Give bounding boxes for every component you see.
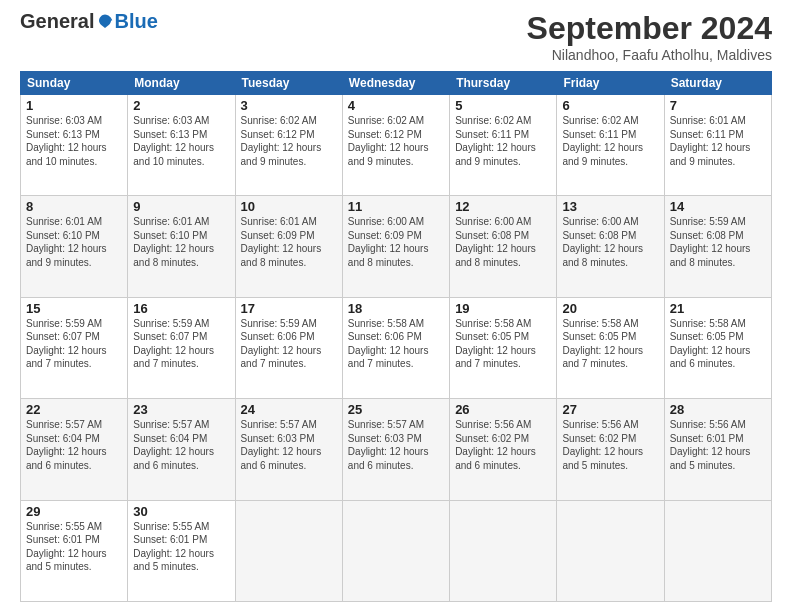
day-number: 1 [26,98,122,113]
day-info: Sunrise: 5:55 AM Sunset: 6:01 PM Dayligh… [26,520,122,574]
day-cell: 2 Sunrise: 6:03 AM Sunset: 6:13 PM Dayli… [128,95,235,196]
day-number: 6 [562,98,658,113]
sunset-label: Sunset: 6:02 PM [455,433,529,444]
sunset-label: Sunset: 6:08 PM [455,230,529,241]
sunset-label: Sunset: 6:03 PM [348,433,422,444]
day-cell: 20 Sunrise: 5:58 AM Sunset: 6:05 PM Dayl… [557,297,664,398]
month-title: September 2024 [527,10,772,47]
sunset-label: Sunset: 6:07 PM [26,331,100,342]
daylight-label: Daylight: 12 hours and 8 minutes. [670,243,751,268]
week-row-4: 22 Sunrise: 5:57 AM Sunset: 6:04 PM Dayl… [21,399,772,500]
day-cell: 12 Sunrise: 6:00 AM Sunset: 6:08 PM Dayl… [450,196,557,297]
daylight-label: Daylight: 12 hours and 6 minutes. [455,446,536,471]
sunrise-label: Sunrise: 5:58 AM [670,318,746,329]
day-cell [557,500,664,601]
sunset-label: Sunset: 6:05 PM [670,331,744,342]
logo-blue: Blue [114,10,157,33]
daylight-label: Daylight: 12 hours and 7 minutes. [26,345,107,370]
day-cell: 10 Sunrise: 6:01 AM Sunset: 6:09 PM Dayl… [235,196,342,297]
daylight-label: Daylight: 12 hours and 7 minutes. [562,345,643,370]
sunset-label: Sunset: 6:01 PM [670,433,744,444]
sunrise-label: Sunrise: 6:01 AM [133,216,209,227]
daylight-label: Daylight: 12 hours and 9 minutes. [455,142,536,167]
day-info: Sunrise: 5:57 AM Sunset: 6:03 PM Dayligh… [241,418,337,472]
day-number: 5 [455,98,551,113]
sunrise-label: Sunrise: 5:57 AM [133,419,209,430]
daylight-label: Daylight: 12 hours and 5 minutes. [562,446,643,471]
day-cell: 29 Sunrise: 5:55 AM Sunset: 6:01 PM Dayl… [21,500,128,601]
day-cell: 13 Sunrise: 6:00 AM Sunset: 6:08 PM Dayl… [557,196,664,297]
day-number: 16 [133,301,229,316]
sunset-label: Sunset: 6:01 PM [26,534,100,545]
col-tuesday: Tuesday [235,72,342,95]
sunrise-label: Sunrise: 6:02 AM [348,115,424,126]
day-info: Sunrise: 6:01 AM Sunset: 6:11 PM Dayligh… [670,114,766,168]
day-info: Sunrise: 5:55 AM Sunset: 6:01 PM Dayligh… [133,520,229,574]
day-cell [450,500,557,601]
day-cell: 1 Sunrise: 6:03 AM Sunset: 6:13 PM Dayli… [21,95,128,196]
sunset-label: Sunset: 6:05 PM [455,331,529,342]
day-cell: 22 Sunrise: 5:57 AM Sunset: 6:04 PM Dayl… [21,399,128,500]
day-number: 27 [562,402,658,417]
day-number: 13 [562,199,658,214]
day-cell: 4 Sunrise: 6:02 AM Sunset: 6:12 PM Dayli… [342,95,449,196]
day-cell: 30 Sunrise: 5:55 AM Sunset: 6:01 PM Dayl… [128,500,235,601]
day-info: Sunrise: 6:00 AM Sunset: 6:08 PM Dayligh… [562,215,658,269]
day-info: Sunrise: 6:01 AM Sunset: 6:10 PM Dayligh… [133,215,229,269]
sunset-label: Sunset: 6:09 PM [348,230,422,241]
sunrise-label: Sunrise: 6:00 AM [562,216,638,227]
day-info: Sunrise: 5:56 AM Sunset: 6:02 PM Dayligh… [455,418,551,472]
daylight-label: Daylight: 12 hours and 6 minutes. [133,446,214,471]
sunset-label: Sunset: 6:11 PM [670,129,744,140]
week-row-5: 29 Sunrise: 5:55 AM Sunset: 6:01 PM Dayl… [21,500,772,601]
sunrise-label: Sunrise: 6:01 AM [241,216,317,227]
day-number: 17 [241,301,337,316]
day-info: Sunrise: 5:58 AM Sunset: 6:05 PM Dayligh… [455,317,551,371]
sunset-label: Sunset: 6:02 PM [562,433,636,444]
sunrise-label: Sunrise: 5:56 AM [562,419,638,430]
day-number: 25 [348,402,444,417]
day-cell: 21 Sunrise: 5:58 AM Sunset: 6:05 PM Dayl… [664,297,771,398]
day-info: Sunrise: 6:01 AM Sunset: 6:10 PM Dayligh… [26,215,122,269]
day-cell [342,500,449,601]
daylight-label: Daylight: 12 hours and 7 minutes. [133,345,214,370]
daylight-label: Daylight: 12 hours and 7 minutes. [348,345,429,370]
day-number: 9 [133,199,229,214]
sunrise-label: Sunrise: 5:59 AM [26,318,102,329]
sunrise-label: Sunrise: 6:03 AM [133,115,209,126]
page: General Blue September 2024 Nilandhoo, F… [0,0,792,612]
daylight-label: Daylight: 12 hours and 5 minutes. [133,548,214,573]
day-number: 18 [348,301,444,316]
day-number: 3 [241,98,337,113]
title-block: September 2024 Nilandhoo, Faafu Atholhu,… [527,10,772,63]
col-thursday: Thursday [450,72,557,95]
day-info: Sunrise: 5:57 AM Sunset: 6:03 PM Dayligh… [348,418,444,472]
daylight-label: Daylight: 12 hours and 9 minutes. [670,142,751,167]
logo-general: General [20,10,94,33]
daylight-label: Daylight: 12 hours and 8 minutes. [455,243,536,268]
col-wednesday: Wednesday [342,72,449,95]
sunset-label: Sunset: 6:08 PM [562,230,636,241]
sunset-label: Sunset: 6:05 PM [562,331,636,342]
location: Nilandhoo, Faafu Atholhu, Maldives [527,47,772,63]
day-cell: 8 Sunrise: 6:01 AM Sunset: 6:10 PM Dayli… [21,196,128,297]
sunrise-label: Sunrise: 5:55 AM [133,521,209,532]
day-info: Sunrise: 5:56 AM Sunset: 6:02 PM Dayligh… [562,418,658,472]
day-cell: 24 Sunrise: 5:57 AM Sunset: 6:03 PM Dayl… [235,399,342,500]
sunrise-label: Sunrise: 5:59 AM [670,216,746,227]
sunrise-label: Sunrise: 5:59 AM [133,318,209,329]
sunrise-label: Sunrise: 6:00 AM [348,216,424,227]
day-cell: 23 Sunrise: 5:57 AM Sunset: 6:04 PM Dayl… [128,399,235,500]
day-info: Sunrise: 6:02 AM Sunset: 6:11 PM Dayligh… [455,114,551,168]
day-info: Sunrise: 6:03 AM Sunset: 6:13 PM Dayligh… [133,114,229,168]
sunset-label: Sunset: 6:12 PM [348,129,422,140]
day-info: Sunrise: 5:58 AM Sunset: 6:05 PM Dayligh… [670,317,766,371]
daylight-label: Daylight: 12 hours and 8 minutes. [348,243,429,268]
day-cell: 9 Sunrise: 6:01 AM Sunset: 6:10 PM Dayli… [128,196,235,297]
day-number: 15 [26,301,122,316]
day-info: Sunrise: 6:02 AM Sunset: 6:12 PM Dayligh… [241,114,337,168]
sunrise-label: Sunrise: 5:57 AM [348,419,424,430]
day-info: Sunrise: 5:59 AM Sunset: 6:07 PM Dayligh… [133,317,229,371]
week-row-3: 15 Sunrise: 5:59 AM Sunset: 6:07 PM Dayl… [21,297,772,398]
day-number: 22 [26,402,122,417]
